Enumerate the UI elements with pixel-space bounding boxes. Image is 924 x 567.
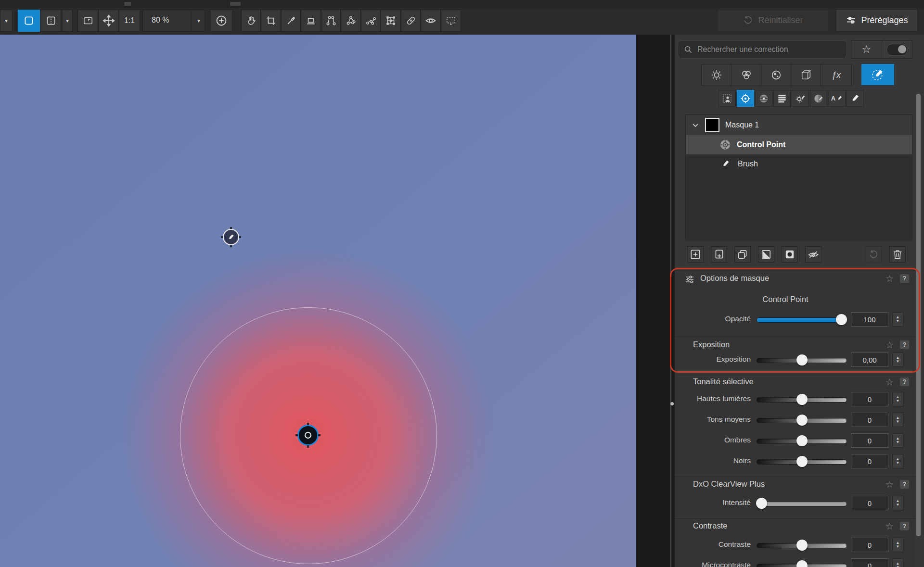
horizon-tool-button[interactable]	[301, 10, 321, 32]
blacks-slider[interactable]	[757, 459, 847, 465]
shadows-slider[interactable]	[757, 439, 847, 444]
slider-value[interactable]: 0	[851, 496, 888, 510]
slider-value[interactable]: 0	[851, 413, 888, 427]
slider-value[interactable]: 0	[851, 538, 888, 552]
overflow-dropdown-button[interactable]: ▾	[0, 10, 13, 32]
value-stepper[interactable]: ▲ ▼	[892, 312, 903, 327]
duplicate-mask-button[interactable]	[734, 246, 751, 263]
star-icon[interactable]: ☆	[886, 479, 894, 490]
selective-tonality-header[interactable]: Tonalité sélective ☆ ?	[675, 374, 915, 390]
add-mask-button[interactable]	[687, 246, 704, 263]
one-to-one-button[interactable]: 1:1	[119, 10, 140, 32]
favorites-filter-button[interactable]: ☆	[851, 41, 882, 58]
star-icon[interactable]: ☆	[886, 377, 894, 388]
active-corrections-toggle[interactable]	[882, 41, 912, 58]
slider-value[interactable]: 0	[851, 392, 888, 406]
mask-tool-control-point-active[interactable]	[737, 90, 754, 107]
mask-tool-selective[interactable]	[719, 90, 736, 107]
tab-local-adjustments-active[interactable]	[861, 64, 894, 85]
clearview-header[interactable]: DxO ClearView Plus ☆ ?	[675, 477, 915, 492]
slider-value[interactable]: 0	[851, 454, 888, 468]
slider-thumb[interactable]	[796, 435, 808, 446]
polygon-tool-button[interactable]	[341, 10, 361, 32]
control-line-tool-button[interactable]	[321, 10, 341, 32]
slider-thumb[interactable]	[796, 394, 808, 405]
contrast-slider[interactable]	[757, 543, 847, 548]
tab-detail[interactable]	[761, 64, 791, 86]
slider-value[interactable]: 100	[851, 312, 888, 327]
slider-value[interactable]: 0	[851, 433, 888, 448]
split-view-button[interactable]	[41, 10, 61, 32]
help-badge[interactable]: ?	[900, 378, 909, 386]
single-view-button[interactable]	[18, 10, 40, 32]
mask-tool-luminosity[interactable]	[773, 90, 791, 107]
mask-options-header[interactable]: Options de masque ☆ ?	[675, 271, 915, 286]
delete-mask-button[interactable]	[889, 246, 906, 263]
mask-thumbnail[interactable]	[705, 118, 719, 132]
mask-tool-color-sphere[interactable]	[810, 90, 827, 107]
image-canvas[interactable]	[0, 35, 636, 567]
show-corrections-button[interactable]	[421, 10, 441, 32]
brush-stroke-marker[interactable]	[223, 229, 239, 245]
midtones-slider[interactable]	[757, 418, 847, 423]
perspective-tool-button[interactable]	[381, 10, 401, 32]
tab-geometry[interactable]	[791, 64, 821, 86]
value-stepper[interactable]: ▲▼	[892, 433, 903, 448]
tab-effects[interactable]: ƒx	[821, 64, 851, 86]
search-correction-input[interactable]: Rechercher une correction	[678, 40, 847, 59]
reset-mask-button[interactable]	[865, 246, 882, 263]
value-stepper[interactable]: ▲▼	[892, 538, 903, 552]
control-point-marker[interactable]	[297, 425, 319, 446]
slider-thumb[interactable]	[796, 354, 808, 365]
mask-tool-auto-mask[interactable]: A	[828, 90, 846, 107]
new-sub-mask-button[interactable]	[711, 246, 727, 263]
value-stepper[interactable]: ▲▼	[892, 392, 903, 406]
hand-tool-button[interactable]	[241, 10, 261, 32]
help-badge[interactable]: ?	[900, 522, 909, 530]
contrast-header[interactable]: Contraste ☆ ?	[675, 518, 915, 534]
fit-screen-button[interactable]	[77, 10, 98, 32]
crop-tool-button[interactable]	[261, 10, 281, 32]
value-stepper[interactable]: ▲▼	[892, 558, 903, 567]
separator-drag-handle[interactable]	[670, 402, 674, 405]
value-stepper[interactable]: ▲▼	[892, 496, 903, 510]
pan-move-button[interactable]	[98, 10, 119, 32]
mask-tool-brush[interactable]	[847, 90, 864, 107]
presets-button[interactable]: Préréglages	[836, 9, 918, 31]
mask-item-brush[interactable]: Brush	[686, 154, 912, 174]
opacity-slider[interactable]	[757, 317, 847, 323]
reset-button[interactable]: Réinitialiser	[717, 9, 829, 31]
zoom-level-control[interactable]: 80 % ▾	[142, 10, 205, 32]
selection-overlay-button[interactable]	[441, 10, 461, 32]
slider-thumb[interactable]	[756, 498, 767, 509]
slider-thumb[interactable]	[796, 540, 808, 551]
help-badge[interactable]: ?	[900, 480, 909, 489]
mask-tool-control-line[interactable]	[755, 90, 772, 107]
view-mode-dropdown[interactable]: ▾	[62, 10, 73, 32]
value-stepper[interactable]: ▲ ▼	[892, 353, 903, 367]
zoom-level-dropdown[interactable]: ▾	[191, 10, 206, 31]
help-badge[interactable]: ?	[900, 274, 909, 283]
slider-thumb[interactable]	[836, 314, 847, 325]
eyedropper-tool-button[interactable]	[281, 10, 301, 32]
microcontrast-slider[interactable]	[757, 564, 847, 567]
star-icon[interactable]: ☆	[886, 521, 894, 532]
panel-scrollbar[interactable]	[916, 94, 921, 536]
slider-value[interactable]: 0,00	[851, 353, 888, 367]
zoom-in-button[interactable]	[210, 10, 232, 32]
hide-masks-button[interactable]	[805, 246, 821, 263]
slider-thumb[interactable]	[796, 415, 808, 426]
show-mask-button[interactable]	[782, 246, 798, 263]
repair-tool-button[interactable]	[401, 10, 421, 32]
slider-thumb[interactable]	[796, 456, 808, 467]
invert-mask-button[interactable]	[758, 246, 774, 263]
star-icon[interactable]: ☆	[886, 340, 894, 351]
value-stepper[interactable]: ▲▼	[892, 413, 903, 427]
star-icon[interactable]: ☆	[886, 273, 894, 284]
mask-item-control-point-selected[interactable]: Control Point	[686, 135, 912, 154]
exposure-slider[interactable]	[757, 358, 847, 363]
highlights-slider[interactable]	[757, 397, 847, 403]
help-badge[interactable]: ?	[900, 340, 909, 349]
path-tool-button[interactable]	[361, 10, 381, 32]
tab-color[interactable]	[732, 64, 761, 86]
